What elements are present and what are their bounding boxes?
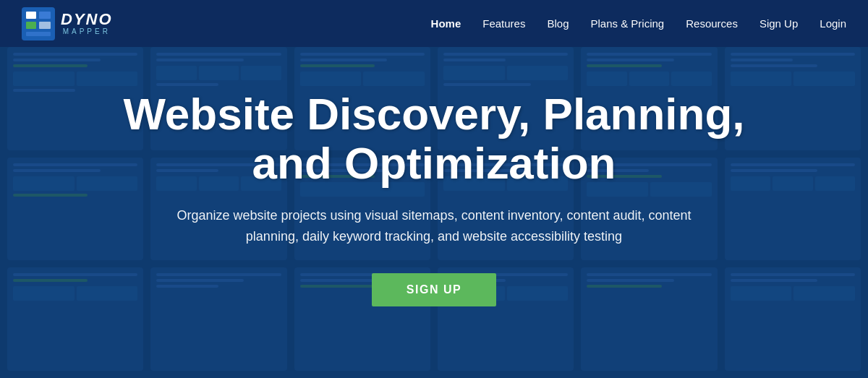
nav-resources[interactable]: Resources: [686, 17, 738, 30]
hero-content: Website Discovery, Planning, and Optimiz…: [123, 90, 744, 306]
svg-rect-4: [39, 22, 51, 29]
svg-rect-3: [39, 12, 51, 19]
nav-sign-up[interactable]: Sign Up: [760, 17, 798, 30]
svg-rect-5: [26, 32, 51, 36]
hero-subtitle: Organize website projects using visual s…: [152, 205, 716, 247]
nav-plans-pricing[interactable]: Plans & Pricing: [591, 17, 665, 30]
logo-text: DYNO MAPPER: [61, 12, 113, 35]
nav-login[interactable]: Login: [820, 17, 846, 30]
nav-blog[interactable]: Blog: [547, 17, 569, 30]
nav-home[interactable]: Home: [431, 17, 461, 30]
svg-rect-2: [26, 22, 36, 29]
logo-icon: [22, 7, 55, 40]
header: DYNO MAPPER Home Features Blog Plans & P…: [0, 0, 868, 47]
logo: DYNO MAPPER: [22, 7, 113, 40]
hero-title: Website Discovery, Planning, and Optimiz…: [123, 90, 744, 188]
hero-signup-button[interactable]: SIGN UP: [372, 273, 496, 306]
nav-features[interactable]: Features: [482, 17, 525, 30]
main-nav: Home Features Blog Plans & Pricing Resou…: [431, 17, 846, 30]
logo-dyno: DYNO: [61, 12, 113, 27]
logo-mapper: MAPPER: [61, 27, 113, 35]
svg-rect-1: [26, 12, 36, 19]
